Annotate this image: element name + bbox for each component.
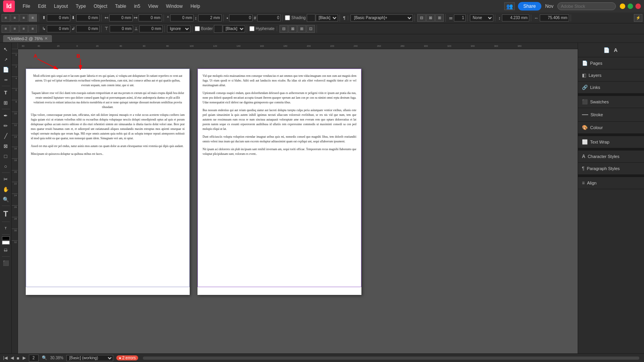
use-spacing-button[interactable]: ⊡ xyxy=(306,25,315,33)
paragraph-style-select[interactable]: [Basic Paragraph]+ xyxy=(350,14,413,21)
background-swatch[interactable] xyxy=(2,241,10,245)
first-line-indent-input[interactable] xyxy=(47,25,70,32)
shading-swatch-button[interactable] xyxy=(307,14,315,22)
text-top-offset-input[interactable] xyxy=(110,25,133,32)
left-indent-input[interactable] xyxy=(109,14,133,21)
border-checkbox[interactable] xyxy=(195,26,200,31)
shading-color-select[interactable]: [Black] xyxy=(316,14,338,21)
pen-tool-button[interactable]: ✒ xyxy=(1,111,11,120)
gap-tool-button[interactable]: ⇔ xyxy=(1,75,11,84)
zoom-tool-button[interactable]: 🔍 xyxy=(1,195,11,204)
horizontal-scrollbar[interactable] xyxy=(143,357,639,360)
search-page-button[interactable]: 🔍 xyxy=(42,355,47,360)
community-icon[interactable]: 👥 xyxy=(504,2,515,10)
align-center-button[interactable]: ≡ xyxy=(11,14,19,22)
panel-item-layers[interactable]: ◧ Layers xyxy=(578,69,644,82)
preview-mode-button[interactable]: ⬛ xyxy=(1,258,11,268)
align-bottom-left-button[interactable]: ≡ xyxy=(2,25,10,33)
last-line-indent-input[interactable] xyxy=(76,25,100,32)
menu-object[interactable]: Object xyxy=(90,2,111,11)
align-justify-button[interactable]: ≡ xyxy=(28,14,37,22)
hand-tool-button[interactable]: ✋ xyxy=(1,185,11,194)
border-swatch-button[interactable] xyxy=(214,25,222,33)
panel-item-pages[interactable]: 📄 Pages xyxy=(578,57,644,69)
menu-edit[interactable]: Edit xyxy=(34,2,50,11)
align-right-button[interactable]: ≡ xyxy=(20,14,28,22)
panel-item-character-styles[interactable]: A Character Styles xyxy=(578,151,644,163)
space-after-input[interactable] xyxy=(76,14,100,21)
ellipse-tool-button[interactable]: ○ xyxy=(1,161,11,171)
page-number-input[interactable] xyxy=(29,355,39,362)
direct-select-tool-button[interactable]: ↗ xyxy=(1,55,11,64)
right-indent-input[interactable] xyxy=(139,14,162,21)
menu-in5[interactable]: in5 xyxy=(130,2,144,11)
line-tool-button[interactable]: ╱ xyxy=(1,131,11,140)
align-bottom-center-button[interactable]: ≡ xyxy=(11,25,19,33)
shading-checkbox[interactable] xyxy=(285,15,290,20)
document-tab[interactable]: *Untitled-2 @ 76% ✕ xyxy=(3,35,52,42)
next-page-button[interactable]: ▶ xyxy=(23,355,26,360)
distribute-h-button[interactable]: ⊟ xyxy=(279,25,288,33)
rectangle-frame-tool-button[interactable]: ⊠ xyxy=(1,141,11,151)
drop-cap-lines-input[interactable] xyxy=(170,14,194,21)
text-bottom-offset-input[interactable] xyxy=(139,25,163,32)
close-button[interactable] xyxy=(635,4,641,9)
style-select[interactable]: [Basic] (working) xyxy=(66,355,113,361)
panel-item-text-wrap[interactable]: ⬜ Text Wrap xyxy=(578,136,644,148)
menu-type[interactable]: Type xyxy=(72,2,90,11)
hyphenate-checkbox[interactable] xyxy=(249,26,254,31)
select-tool-button[interactable]: ↖ xyxy=(1,44,11,54)
minimize-button[interactable] xyxy=(620,4,625,9)
distribute-v-button[interactable]: ⊠ xyxy=(288,25,297,33)
first-page-button[interactable]: |◀ xyxy=(3,355,7,360)
panel-item-colour[interactable]: 🎨 Colour xyxy=(578,122,644,134)
scissors-tool-button[interactable]: ✂ xyxy=(1,174,11,184)
stop-button[interactable]: ■ xyxy=(17,356,20,360)
pages-panel-icon-button[interactable]: 📄 xyxy=(602,45,611,55)
align-left-edge-button[interactable]: ⊟ xyxy=(417,14,426,22)
space-before-input[interactable] xyxy=(47,14,70,21)
none-select[interactable]: None xyxy=(470,14,493,21)
left-text-frame[interactable]: Modi officient quis sequi aut et laccum … xyxy=(26,69,190,287)
width-input[interactable] xyxy=(540,14,569,21)
adobe-stock-search[interactable] xyxy=(557,2,616,10)
menu-table[interactable]: Table xyxy=(111,2,130,11)
lightning-button[interactable]: ⚡ xyxy=(634,14,642,22)
height-input[interactable] xyxy=(502,14,529,21)
foreground-swatch[interactable] xyxy=(2,236,10,240)
align-center-h-button[interactable]: ⊠ xyxy=(426,14,435,22)
count-input2[interactable] xyxy=(257,14,281,21)
close-tab-icon[interactable]: ✕ xyxy=(44,36,48,41)
menu-layout[interactable]: Layout xyxy=(50,2,72,11)
text-tool-button[interactable]: T xyxy=(1,88,11,97)
border-color-select[interactable]: [Black] xyxy=(223,25,245,32)
menu-help[interactable]: Help xyxy=(187,2,204,11)
align-left-button[interactable]: ≡ xyxy=(2,14,10,22)
align-bottom-justify-button[interactable]: ≡ xyxy=(28,25,37,33)
errors-badge[interactable]: ● 2 errors xyxy=(116,355,138,360)
distribute-space-button[interactable]: ⊞ xyxy=(297,25,306,33)
align-right-edge-button[interactable]: ⊞ xyxy=(435,14,444,22)
drop-cap-chars-input[interactable] xyxy=(198,14,222,21)
menu-view[interactable]: View xyxy=(144,2,162,11)
panel-item-links[interactable]: 🔗 Links xyxy=(578,82,644,94)
type-small-button[interactable]: T xyxy=(1,224,11,233)
type-on-path-tool-button[interactable]: T xyxy=(0,208,11,220)
menu-window[interactable]: Window xyxy=(162,2,187,11)
ignore-select[interactable]: Ignore xyxy=(167,25,190,32)
panel-item-paragraph-styles[interactable]: ¶ Paragraph Styles xyxy=(578,163,644,175)
page-tool-button[interactable]: 📄 xyxy=(1,65,11,74)
type-panel-icon-button[interactable]: A xyxy=(611,45,621,55)
count-input1[interactable] xyxy=(229,14,253,21)
panel-item-stroke[interactable]: — Stroke xyxy=(578,108,644,122)
align-bottom-right-button[interactable]: ≡ xyxy=(20,25,28,33)
share-button[interactable]: Share xyxy=(518,2,541,11)
right-text-frame[interactable]: Vid que moluptis estio maiosanimus rem c… xyxy=(197,69,361,287)
rectangle-tool-button[interactable]: □ xyxy=(1,151,11,161)
pencil-tool-button[interactable]: ✏ xyxy=(1,121,11,130)
prev-page-button[interactable]: ◀ xyxy=(11,355,14,360)
columns-input[interactable] xyxy=(454,14,466,21)
panel-item-align[interactable]: ≡ Align xyxy=(578,177,644,189)
menu-file[interactable]: File xyxy=(19,2,34,11)
table-tool-button[interactable]: ⊞ xyxy=(1,98,11,107)
